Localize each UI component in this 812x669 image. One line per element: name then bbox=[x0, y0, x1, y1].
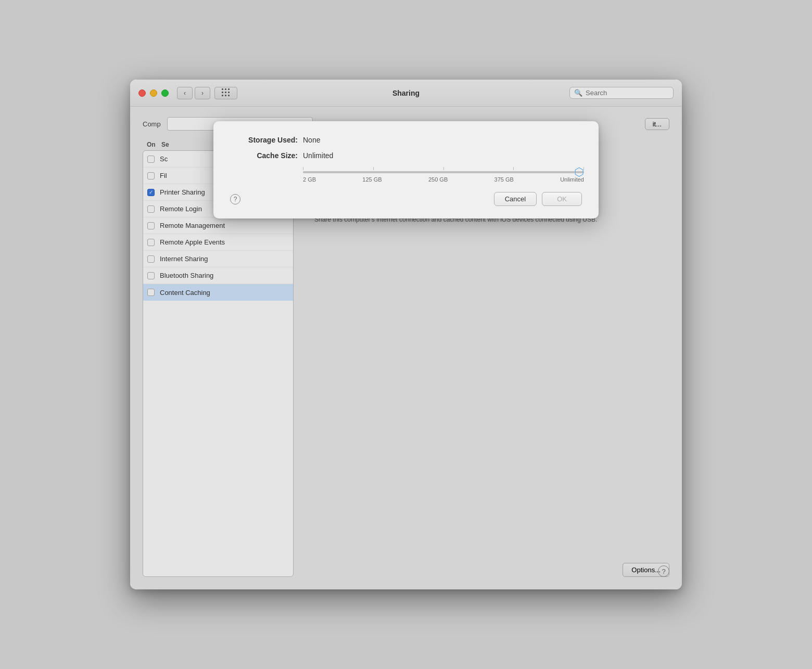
slider-thumb-icon: ⬡ bbox=[574, 166, 584, 178]
storage-used-label: Storage Used: bbox=[230, 136, 298, 144]
cache-size-row: Cache Size: Unlimited bbox=[230, 151, 582, 160]
modal-help-icon: ? bbox=[234, 196, 237, 203]
slider-filled bbox=[303, 171, 584, 173]
cache-size-label: Cache Size: bbox=[230, 151, 298, 160]
slider-label-2gb: 2 GB bbox=[303, 176, 316, 183]
slider-label-375gb: 375 GB bbox=[494, 176, 514, 183]
cache-size-value: Unlimited bbox=[303, 151, 333, 160]
tick-2 bbox=[373, 167, 374, 170]
slider-labels: 2 GB 125 GB 250 GB 375 GB Unlimited bbox=[303, 176, 584, 183]
tick-4 bbox=[513, 167, 514, 170]
ok-button[interactable]: OK bbox=[542, 192, 582, 206]
slider-label-125gb: 125 GB bbox=[362, 176, 382, 183]
tick-3 bbox=[443, 167, 444, 170]
slider-thumb[interactable]: ⬡ bbox=[573, 165, 585, 179]
slider-container: ⬡ 2 GB 125 GB 250 GB 375 GB Unlimited bbox=[303, 167, 582, 183]
cancel-button[interactable]: Cancel bbox=[494, 192, 537, 206]
system-preferences-window: ‹ › Sharing 🔍 bbox=[130, 80, 682, 589]
cache-size-modal: Storage Used: None Cache Size: Unlimited bbox=[213, 121, 599, 218]
modal-buttons: ? Cancel OK bbox=[230, 192, 582, 206]
modal-overlay: Storage Used: None Cache Size: Unlimited bbox=[130, 80, 682, 589]
modal-help-button[interactable]: ? bbox=[230, 194, 240, 204]
slider-label-250gb: 250 GB bbox=[428, 176, 448, 183]
storage-used-value: None bbox=[303, 136, 320, 144]
tick-marks bbox=[303, 167, 584, 170]
storage-used-row: Storage Used: None bbox=[230, 136, 582, 144]
slider-track: ⬡ bbox=[303, 171, 584, 173]
tick-1 bbox=[303, 167, 303, 170]
